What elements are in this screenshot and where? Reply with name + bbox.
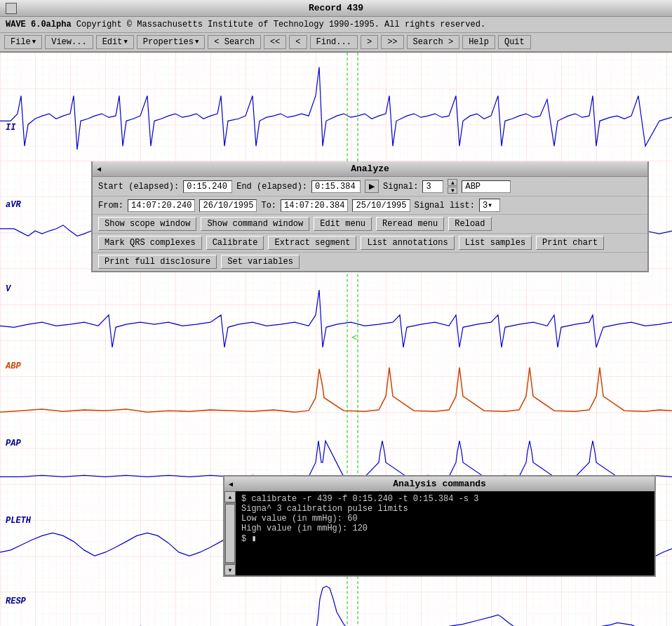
view-menu[interactable]: View... — [45, 35, 93, 49]
extract-segment-button[interactable]: Extract segment — [268, 236, 356, 250]
from-date[interactable]: 26/10/1995 — [199, 199, 257, 212]
command-line-1: $ calibrate -r 439 -f 0:15.240 -t 0:15.3… — [241, 494, 478, 504]
reload-button[interactable]: Reload — [448, 217, 491, 231]
channel-label-avr: aVR — [6, 200, 21, 210]
channel-label-abp: ABP — [6, 361, 21, 371]
commands-text: $ calibrate -r 439 -f 0:15.240 -t 0:15.3… — [241, 494, 478, 573]
nav-ll-button[interactable]: << — [264, 35, 286, 49]
nav-rr-button[interactable]: >> — [381, 35, 403, 49]
file-menu-arrow: ▼ — [32, 39, 36, 46]
signal-up-arrow[interactable]: ▲ — [448, 179, 457, 186]
signal-list-value[interactable]: 3▾ — [479, 199, 500, 212]
reread-menu-button[interactable]: Reread menu — [376, 217, 444, 231]
from-time[interactable]: 14:07:20.240 — [128, 199, 195, 212]
calibrate-button[interactable]: Calibrate — [206, 236, 264, 250]
analyze-title: Analyze — [351, 164, 389, 174]
print-full-disclosure-button[interactable]: Print full disclosure — [98, 255, 217, 269]
signal-list-label: Signal list: — [415, 201, 475, 211]
from-label: From: — [98, 201, 123, 211]
channel-label-pap: PAP — [6, 439, 21, 448]
command-line-4: High value (in mmHg): 120 — [241, 524, 478, 533]
menu-bar: File ▼ View... Edit ▼ Properties ▼ < Sea… — [0, 33, 672, 53]
svg-text:<: < — [351, 333, 356, 343]
signal-arrows: ▲ ▼ — [448, 179, 457, 194]
start-value[interactable]: 0:15.240 — [183, 180, 232, 193]
app-copyright: Copyright © Massachusetts Institute of T… — [76, 20, 485, 29]
edit-menu[interactable]: Edit ▼ — [96, 35, 134, 49]
analyze-row-1: Start (elapsed): 0:15.240 End (elapsed):… — [93, 177, 647, 197]
properties-menu-arrow: ▼ — [195, 39, 199, 46]
start-label: Start (elapsed): — [98, 182, 179, 192]
quit-button[interactable]: Quit — [498, 35, 531, 49]
end-value[interactable]: 0:15.384 — [311, 180, 361, 193]
find-button[interactable]: Find... — [310, 35, 358, 49]
to-date[interactable]: 25/10/1995 — [352, 199, 410, 212]
analyze-dialog: ◀ Analyze Start (elapsed): 0:15.240 End … — [91, 161, 649, 272]
title-bar: Record 439 — [0, 0, 672, 17]
help-button[interactable]: Help — [462, 35, 495, 49]
analyze-close-arrow[interactable]: ◀ — [97, 165, 101, 173]
signal-label: Signal: — [383, 182, 418, 192]
signal-down-arrow[interactable]: ▼ — [448, 187, 457, 194]
channel-label-pleth: PLETH — [6, 516, 31, 526]
close-box[interactable] — [6, 3, 17, 14]
command-line-2: Signa^ 3 calibration pulse limits — [241, 504, 478, 514]
set-variables-button[interactable]: Set variables — [221, 255, 300, 269]
commands-titlebar: ◀ Analysis commands — [224, 477, 654, 491]
app-brand: WAVE 6.0alpha — [6, 20, 72, 29]
signal-name: ABP — [462, 180, 511, 193]
analyze-row-3: Show scope window Show command window Ed… — [93, 215, 647, 234]
to-time[interactable]: 14:07:20.384 — [281, 199, 348, 212]
commands-dialog: ◀ Analysis commands ▲ ▼ $ calibrate -r 4… — [223, 475, 656, 577]
commands-scrollbar: ▲ ▼ — [224, 491, 236, 575]
commands-body: ▲ ▼ $ calibrate -r 439 -f 0:15.240 -t 0:… — [224, 491, 654, 575]
window-title: Record 439 — [309, 3, 363, 13]
analyze-row-4: Mark QRS complexes Calibrate Extract seg… — [93, 234, 647, 253]
properties-menu[interactable]: Properties ▼ — [137, 35, 205, 49]
app-header: WAVE 6.0alpha Copyright © Massachusetts … — [0, 17, 672, 33]
end-label: End (elapsed): — [236, 182, 307, 192]
commands-title: Analysis commands — [393, 479, 486, 489]
channel-label-ii: II — [6, 123, 15, 133]
channel-label-v: V — [6, 284, 11, 294]
command-line-5: $ ▮ — [241, 533, 478, 544]
scroll-down-arrow[interactable]: ▼ — [224, 564, 236, 575]
commands-close-arrow[interactable]: ◀ — [229, 480, 233, 488]
file-menu[interactable]: File ▼ — [4, 35, 42, 49]
print-chart-button[interactable]: Print chart — [536, 236, 604, 250]
nav-l-button[interactable]: < — [289, 35, 307, 49]
analyze-titlebar: ◀ Analyze — [93, 161, 647, 177]
end-nav-arrow[interactable]: ▶ — [365, 180, 379, 193]
show-command-button[interactable]: Show command window — [201, 217, 309, 231]
waveform-area: < II aVR V ABP PAP PLETH RESP 0:10 0:20 … — [0, 53, 672, 626]
search-left-button[interactable]: < Search — [208, 35, 261, 49]
nav-r-button[interactable]: > — [361, 35, 378, 49]
analyze-row-2: From: 14:07:20.240 26/10/1995 To: 14:07:… — [93, 197, 647, 215]
search-right-button[interactable]: Search > — [407, 35, 460, 49]
signal-value[interactable]: 3 — [422, 180, 443, 193]
commands-content: $ calibrate -r 439 -f 0:15.240 -t 0:15.3… — [236, 491, 484, 575]
mark-qrs-button[interactable]: Mark QRS complexes — [98, 236, 202, 250]
edit-menu-arrow: ▼ — [123, 39, 127, 46]
analyze-row-5: Print full disclosure Set variables — [93, 253, 647, 271]
scroll-thumb[interactable] — [225, 504, 235, 563]
list-annotations-button[interactable]: List annotations — [361, 236, 454, 250]
command-line-3: Low value (in mmHg): 60 — [241, 514, 478, 524]
show-scope-button[interactable]: Show scope window — [98, 217, 196, 231]
edit-menu-button[interactable]: Edit menu — [314, 217, 372, 231]
scroll-up-arrow[interactable]: ▲ — [224, 491, 236, 502]
to-label: To: — [261, 201, 276, 211]
channel-label-resp: RESP — [6, 597, 26, 606]
list-samples-button[interactable]: List samples — [459, 236, 532, 250]
